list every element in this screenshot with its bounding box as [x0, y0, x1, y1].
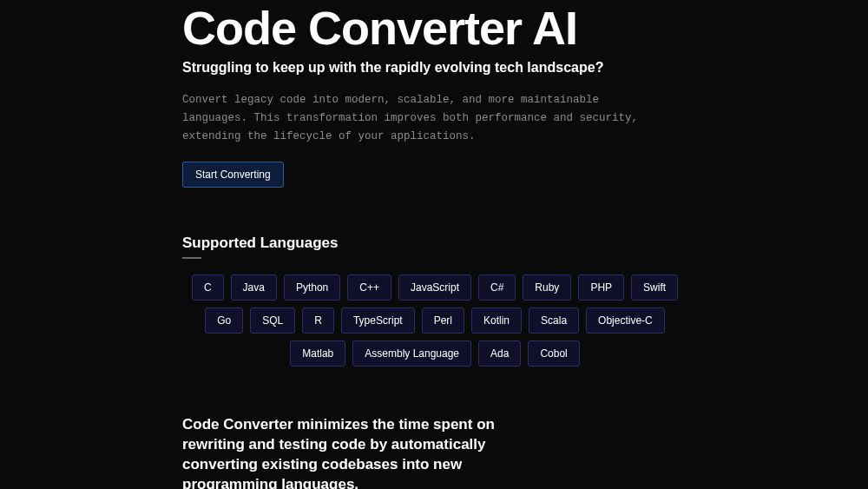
- language-chip: Kotlin: [471, 307, 522, 334]
- language-chip: TypeScript: [341, 307, 415, 334]
- hero-subtitle: Struggling to keep up with the rapidly e…: [182, 60, 686, 76]
- language-chip: C++: [347, 274, 391, 301]
- language-chip: Perl: [422, 307, 464, 334]
- language-chip: C: [192, 274, 224, 301]
- benefit-heading: Code Converter minimizes the time spent …: [182, 415, 556, 489]
- supported-languages-heading: Supported Languages: [182, 235, 686, 259]
- languages-list: CJavaPythonC++JavaScriptC#RubyPHPSwiftGo…: [182, 274, 687, 367]
- language-chip: Swift: [631, 274, 678, 301]
- language-chip: Ruby: [523, 274, 571, 301]
- hero-description: Convert legacy code into modern, scalabl…: [182, 91, 668, 147]
- language-chip: Objective-C: [586, 307, 665, 334]
- page-title: Code Converter AI: [182, 0, 686, 53]
- language-chip: Assembly Language: [352, 340, 471, 367]
- language-chip: Java: [231, 274, 277, 301]
- language-chip: Scala: [529, 307, 579, 334]
- language-chip: Go: [205, 307, 243, 334]
- language-chip: Matlab: [290, 340, 345, 367]
- language-chip: JavaScript: [398, 274, 471, 301]
- language-chip: PHP: [578, 274, 624, 301]
- language-chip: R: [302, 307, 334, 334]
- language-chip: Python: [284, 274, 340, 301]
- start-converting-button[interactable]: Start Converting: [182, 162, 284, 188]
- language-chip: C#: [478, 274, 516, 301]
- language-chip: Cobol: [528, 340, 579, 367]
- language-chip: Ada: [478, 340, 521, 367]
- language-chip: SQL: [250, 307, 295, 334]
